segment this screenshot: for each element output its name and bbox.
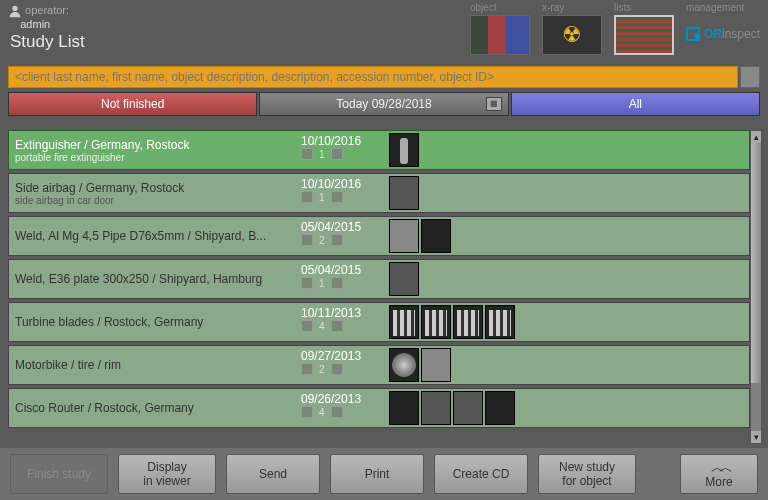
- object-thumb-icon: [470, 15, 530, 55]
- flask-icon: [331, 406, 343, 418]
- search-row: [8, 66, 760, 88]
- flask-icon: [331, 277, 343, 289]
- thumbnail[interactable]: [485, 305, 515, 339]
- thumbnail[interactable]: [485, 391, 515, 425]
- flask-icon: [331, 320, 343, 332]
- lock-icon: [301, 191, 313, 203]
- lock-icon: [301, 148, 313, 160]
- top-nav: object x-ray lists management ORinspect: [470, 2, 760, 55]
- thumbnail[interactable]: [389, 348, 419, 382]
- radiation-icon: [542, 15, 602, 55]
- study-row[interactable]: Motorbike / tire / rim 09/27/2013 2: [8, 345, 750, 385]
- thumbnail[interactable]: [421, 348, 451, 382]
- flask-icon: [331, 148, 343, 160]
- study-date: 05/04/2015 2: [299, 217, 387, 255]
- display-in-viewer-button[interactable]: Display in viewer: [118, 454, 216, 494]
- study-description: Motorbike / tire / rim: [9, 346, 299, 384]
- operator-value: admin: [20, 18, 50, 30]
- study-row[interactable]: Weld, Al Mg 4,5 Pipe D76x5mm / Shipyard,…: [8, 216, 750, 256]
- print-button[interactable]: Print: [330, 454, 424, 494]
- thumbnail-strip: [387, 260, 749, 298]
- svg-point-0: [12, 6, 17, 11]
- thumbnail[interactable]: [453, 305, 483, 339]
- new-study-button[interactable]: New study for object: [538, 454, 636, 494]
- page-title: Study List: [10, 32, 85, 52]
- brand-logo: ORinspect: [686, 27, 760, 41]
- lock-icon: [301, 406, 313, 418]
- nav-xray[interactable]: x-ray: [542, 2, 602, 55]
- thumbnail[interactable]: [453, 391, 483, 425]
- thumbnail-strip: [387, 217, 749, 255]
- bottom-toolbar: Finish study Display in viewer Send Prin…: [0, 448, 768, 500]
- header: operator: admin Study List object x-ray …: [0, 0, 768, 60]
- study-description: Side airbag / Germany, Rostock side airb…: [9, 174, 299, 212]
- thumbnail[interactable]: [389, 219, 419, 253]
- study-row[interactable]: Side airbag / Germany, Rostock side airb…: [8, 173, 750, 213]
- study-date: 09/26/2013 4: [299, 389, 387, 427]
- study-date: 10/10/2016 1: [299, 131, 387, 169]
- thumbnail[interactable]: [389, 176, 419, 210]
- study-description: Weld, Al Mg 4,5 Pipe D76x5mm / Shipyard,…: [9, 217, 299, 255]
- chevron-up-icon: ︿︿: [711, 460, 727, 474]
- lock-icon: [301, 363, 313, 375]
- calendar-icon[interactable]: ▦: [486, 97, 502, 111]
- filter-not-finished[interactable]: Not finished: [8, 92, 257, 116]
- study-description: Turbine blades / Rostock, Germany: [9, 303, 299, 341]
- filter-row: Not finished Today 09/28/2018 ▦ All: [8, 92, 760, 116]
- thumbnail[interactable]: [389, 391, 419, 425]
- study-date: 09/27/2013 2: [299, 346, 387, 384]
- flask-icon: [331, 234, 343, 246]
- search-clear-button[interactable]: [740, 66, 760, 88]
- thumbnail[interactable]: [389, 305, 419, 339]
- brand-square-icon: [686, 27, 700, 41]
- scroll-down-icon[interactable]: ▾: [751, 431, 761, 443]
- scroll-up-icon[interactable]: ▴: [751, 131, 761, 143]
- filter-all[interactable]: All: [511, 92, 760, 116]
- user-icon: [8, 4, 22, 18]
- send-button[interactable]: Send: [226, 454, 320, 494]
- study-date: 10/10/2016 1: [299, 174, 387, 212]
- thumbnail-strip: [387, 346, 749, 384]
- study-row[interactable]: Turbine blades / Rostock, Germany 10/11/…: [8, 302, 750, 342]
- study-row[interactable]: Extinguisher / Germany, Rostock portable…: [8, 130, 750, 170]
- flask-icon: [331, 363, 343, 375]
- scrollbar[interactable]: ▴ ▾: [750, 130, 762, 444]
- nav-management[interactable]: management ORinspect: [686, 2, 760, 55]
- study-description: Cisco Router / Rostock, Germany: [9, 389, 299, 427]
- thumbnail[interactable]: [421, 391, 451, 425]
- nav-object[interactable]: object: [470, 2, 530, 55]
- thumbnail-strip: [387, 303, 749, 341]
- thumbnail[interactable]: [389, 133, 419, 167]
- create-cd-button[interactable]: Create CD: [434, 454, 528, 494]
- lock-icon: [301, 277, 313, 289]
- thumbnail[interactable]: [421, 305, 451, 339]
- thumbnail[interactable]: [421, 219, 451, 253]
- scroll-thumb[interactable]: [751, 143, 761, 383]
- more-button[interactable]: ︿︿ More: [680, 454, 758, 494]
- study-row[interactable]: Cisco Router / Rostock, Germany 09/26/20…: [8, 388, 750, 428]
- flask-icon: [331, 191, 343, 203]
- filter-today[interactable]: Today 09/28/2018 ▦: [259, 92, 508, 116]
- study-list: Extinguisher / Germany, Rostock portable…: [8, 130, 750, 444]
- thumbnail-strip: [387, 389, 749, 427]
- lock-icon: [301, 234, 313, 246]
- study-description: Weld, E36 plate 300x250 / Shipyard, Hamb…: [9, 260, 299, 298]
- lock-icon: [301, 320, 313, 332]
- thumbnail-strip: [387, 174, 749, 212]
- thumbnail-strip: [387, 131, 749, 169]
- finish-study-button: Finish study: [10, 454, 108, 494]
- study-date: 05/04/2015 1: [299, 260, 387, 298]
- study-date: 10/11/2013 4: [299, 303, 387, 341]
- lists-thumb-icon: [614, 15, 674, 55]
- search-input[interactable]: [8, 66, 738, 88]
- study-row[interactable]: Weld, E36 plate 300x250 / Shipyard, Hamb…: [8, 259, 750, 299]
- thumbnail[interactable]: [389, 262, 419, 296]
- nav-lists[interactable]: lists: [614, 2, 674, 55]
- study-description: Extinguisher / Germany, Rostock portable…: [9, 131, 299, 169]
- operator-label: operator:: [25, 4, 69, 16]
